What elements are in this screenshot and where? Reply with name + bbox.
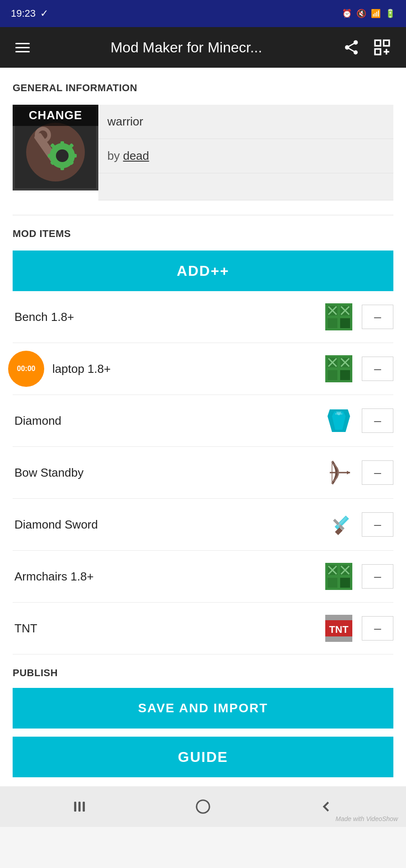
list-item: TNT TNT – [13,603,393,654]
svg-rect-63 [83,802,85,812]
remove-diamond-sword-button[interactable]: – [362,512,393,537]
recent-apps-button[interactable] [71,798,88,815]
remove-bench-button[interactable]: – [362,305,393,329]
svg-rect-61 [74,802,76,812]
svg-rect-11 [60,141,64,147]
bottom-nav-bar: Made with VideoShow [0,786,406,827]
back-button[interactable] [318,798,335,815]
item-name-diamond: Diamond [13,414,323,428]
remove-tnt-button[interactable]: – [362,616,393,641]
svg-rect-32 [340,370,350,380]
divider-1 [13,215,393,215]
menu-button[interactable] [13,37,32,57]
app-title: Mod Maker for Minecr... [32,39,340,56]
app-bar: Mod Maker for Minecr... [0,27,406,68]
mod-items-header: MOD ITEMS [13,228,393,240]
svg-rect-23 [340,318,350,328]
author-field: by dead [98,139,393,173]
tnt-icon: TNT [323,613,355,644]
bow-icon [323,457,355,488]
armchairs-icon [323,561,355,592]
main-content: GENERAL INFORMATION [0,68,406,786]
extra-field [98,173,393,200]
svg-rect-13 [48,154,53,158]
svg-marker-43 [347,471,350,474]
change-label: CHANGE [13,105,98,126]
mod-name-field[interactable]: warrior [98,105,393,139]
status-time: 19:23 [11,8,36,19]
item-name-laptop: laptop 1.8+ [13,362,323,376]
svg-text:TNT: TNT [329,624,349,635]
remove-armchairs-button[interactable]: – [362,564,393,589]
list-item: 00:00 laptop 1.8+ – [13,343,393,395]
timer-badge: 00:00 [8,351,44,387]
change-mod-icon-button[interactable]: CHANGE [13,105,98,190]
svg-rect-31 [328,370,337,380]
publish-header: PUBLISH [13,667,393,679]
status-check-icon: ✓ [40,8,48,19]
list-item: Diamond – [13,395,393,447]
guide-button[interactable]: GUIDE [13,737,393,777]
item-name-tnt: TNT [13,622,323,636]
publish-section: PUBLISH SAVE AND IMPORT GUIDE [13,654,393,786]
hamburger-icon [15,43,30,52]
bench-icon [323,301,355,333]
svg-rect-1 [384,40,389,46]
item-name-bow: Bow Standby [13,466,323,480]
signal-icon: 📶 [371,9,381,19]
share-icon [343,39,360,56]
diamond-armor-icon [323,405,355,436]
svg-rect-12 [60,165,64,170]
home-icon [194,798,212,815]
svg-rect-14 [71,154,77,158]
home-button[interactable] [194,798,212,815]
diamond-sword-icon [323,509,355,540]
add-button[interactable]: ADD++ [13,251,393,291]
remove-bow-button[interactable]: – [362,460,393,485]
svg-rect-59 [325,636,352,642]
list-item: Armchairs 1.8+ – [13,551,393,603]
back-icon [318,798,335,815]
list-item: Bench 1.8+ – [13,291,393,343]
svg-rect-58 [325,615,352,620]
share-button[interactable] [340,36,363,59]
svg-rect-52 [340,578,350,588]
status-bar-left: 19:23 ✓ [11,8,48,19]
svg-point-64 [197,800,210,813]
mod-items-list: Bench 1.8+ – [13,291,393,654]
laptop-icon [323,353,355,385]
grid-plus-button[interactable] [371,36,393,59]
mute-icon: 🔇 [356,9,366,19]
remove-diamond-button[interactable]: – [362,408,393,433]
remove-laptop-button[interactable]: – [362,357,393,381]
list-item: Diamond Sword – [13,499,393,551]
general-info-section: CHANGE warrior by dead [13,105,393,200]
save-import-button[interactable]: SAVE AND IMPORT [13,688,393,729]
general-info-header: GENERAL INFORMATION [13,82,393,94]
item-name-diamond-sword: Diamond Sword [13,518,323,532]
svg-point-10 [56,149,69,162]
recent-apps-icon [71,798,88,815]
svg-rect-2 [375,49,380,55]
svg-rect-22 [328,318,337,328]
svg-rect-62 [78,802,80,812]
svg-rect-51 [328,578,337,588]
author-link[interactable]: dead [123,149,149,162]
videoshow-watermark: Made with VideoShow [336,815,398,822]
info-fields: warrior by dead [98,105,393,200]
svg-rect-0 [375,40,380,46]
alarm-icon: ⏰ [342,9,352,19]
list-item: Bow Standby – [13,447,393,499]
status-bar-right: ⏰ 🔇 📶 🔋 [342,9,395,19]
battery-icon: 🔋 [385,9,395,19]
item-name-armchairs: Armchairs 1.8+ [13,570,323,584]
item-name-bench: Bench 1.8+ [13,310,323,324]
grid-plus-icon [373,38,392,57]
status-bar: 19:23 ✓ ⏰ 🔇 📶 🔋 [0,0,406,27]
